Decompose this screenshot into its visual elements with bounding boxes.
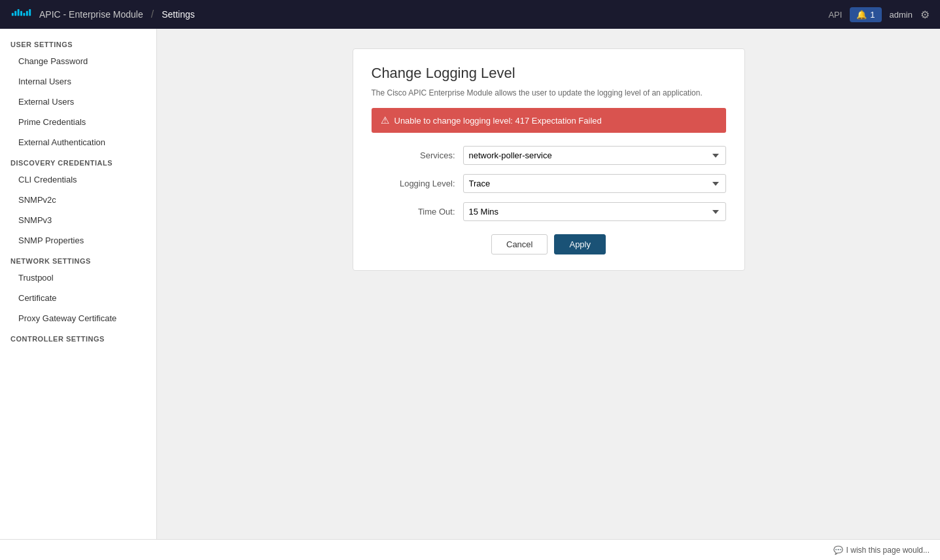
sidebar-item-internal-users[interactable]: Internal Users [0,71,156,92]
cancel-button[interactable]: Cancel [491,234,548,254]
footer: 💬 I wish this page would... [0,539,940,560]
sidebar-section-network-settings: NETWORK SETTINGS [0,251,156,268]
svg-rect-1 [14,11,16,16]
timeout-select[interactable]: 5 Mins 10 Mins 15 Mins 30 Mins 60 Mins [463,202,726,221]
chat-icon: 💬 [833,546,843,555]
svg-rect-2 [18,9,20,16]
warning-icon: ⚠ [381,114,389,126]
notif-count: 1 [870,10,875,20]
bell-icon: 🔔 [856,10,867,20]
logging-level-select[interactable]: Trace Debug Info Warning Error [463,174,726,193]
services-row: Services: network-poller-service topolog… [372,146,726,165]
app-title: APIC - Enterprise Module [39,9,143,20]
sidebar-item-trustpool[interactable]: Trustpool [0,268,156,288]
sidebar-item-change-password[interactable]: Change Password [0,51,156,71]
api-button[interactable]: API [828,10,842,20]
svg-rect-0 [12,13,14,16]
apply-button[interactable]: Apply [554,234,606,254]
change-logging-card: Change Logging Level The Cisco APIC Ente… [353,48,745,271]
cisco-logo-icon [10,7,34,22]
sidebar-item-external-users[interactable]: External Users [0,92,156,112]
sidebar-item-prime-credentials[interactable]: Prime Credentials [0,112,156,132]
sidebar-item-certificate[interactable]: Certificate [0,288,156,308]
logging-level-row: Logging Level: Trace Debug Info Warning … [372,174,726,193]
logging-level-label: Logging Level: [372,179,463,188]
services-select[interactable]: network-poller-service topology-service … [463,146,726,165]
sidebar-item-cli-credentials[interactable]: CLI Credentials [0,169,156,190]
sidebar-item-snmpv2c[interactable]: SNMPv2c [0,190,156,210]
nav-separator: / [151,9,154,20]
admin-label: admin [890,10,913,20]
notifications-button[interactable]: 🔔 1 [850,7,881,22]
main-content: Change Logging Level The Cisco APIC Ente… [157,29,940,539]
svg-rect-6 [29,9,31,16]
sidebar-section-controller-settings: CONTROLLER SETTINGS [0,328,156,345]
logo-area: APIC - Enterprise Module [10,7,143,22]
error-message: Unable to change logging level: 417 Expe… [394,116,602,126]
topnav: APIC - Enterprise Module / Settings API … [0,0,940,29]
error-banner: ⚠ Unable to change logging level: 417 Ex… [372,108,726,133]
services-label: Services: [372,150,463,160]
svg-rect-3 [20,11,22,16]
card-description: The Cisco APIC Enterprise Module allows … [372,88,726,97]
sidebar-section-user-settings: USER SETTINGS [0,34,156,51]
feedback-label[interactable]: I wish this page would... [846,546,930,555]
sidebar-item-proxy-gateway-cert[interactable]: Proxy Gateway Certificate [0,308,156,328]
sidebar-section-discovery-credentials: DISCOVERY CREDENTIALS [0,152,156,169]
sidebar-item-snmp-properties[interactable]: SNMP Properties [0,230,156,251]
sidebar-item-external-auth[interactable]: External Authentication [0,132,156,152]
current-page: Settings [162,9,195,20]
card-title: Change Logging Level [372,65,726,82]
svg-rect-4 [23,13,25,16]
timeout-label: Time Out: [372,207,463,217]
sidebar-item-snmpv3[interactable]: SNMPv3 [0,210,156,230]
topnav-right: API 🔔 1 admin ⚙ [828,7,930,22]
settings-gear-button[interactable]: ⚙ [920,9,930,21]
svg-rect-5 [26,11,28,16]
button-row: Cancel Apply [372,234,726,254]
main-layout: USER SETTINGS Change Password Internal U… [0,29,940,539]
sidebar: USER SETTINGS Change Password Internal U… [0,29,157,539]
timeout-row: Time Out: 5 Mins 10 Mins 15 Mins 30 Mins… [372,202,726,221]
